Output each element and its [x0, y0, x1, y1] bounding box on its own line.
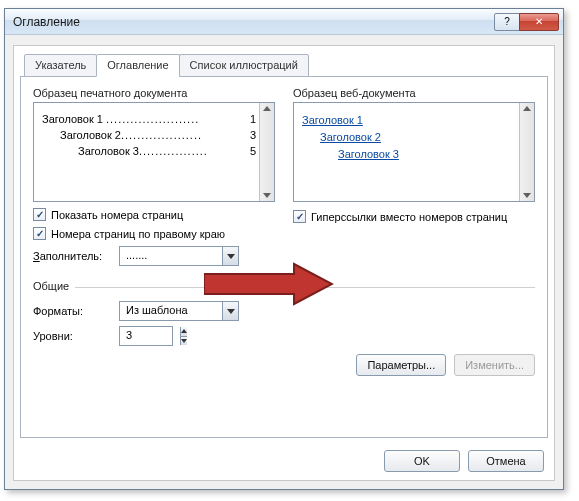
- toc-dots: .................: [139, 145, 246, 157]
- spin-up-icon[interactable]: [181, 327, 187, 337]
- toc-page: 5: [246, 145, 256, 157]
- checkbox-show-numbers-label: Показать номера страниц: [51, 209, 183, 221]
- toc-page: 3: [246, 129, 256, 141]
- checkbox-right-align[interactable]: ✓: [33, 227, 46, 240]
- general-legend: Общие: [33, 280, 75, 292]
- cancel-button[interactable]: Отмена: [468, 450, 544, 472]
- toc-dots: .......................: [106, 113, 246, 125]
- format-label: Форматы:: [33, 305, 113, 317]
- dialog-body: Указатель Оглавление Список иллюстраций …: [13, 45, 555, 481]
- levels-spinner[interactable]: 3: [119, 326, 173, 346]
- dialog-window: Оглавление ? ✕ Указатель Оглавление Спис…: [4, 8, 564, 490]
- toc-text: Заголовок 3: [78, 145, 139, 157]
- scrollbar[interactable]: [259, 103, 274, 201]
- tab-bar: Указатель Оглавление Список иллюстраций: [24, 54, 554, 77]
- checkbox-show-numbers[interactable]: ✓: [33, 208, 46, 221]
- tab-toc[interactable]: Оглавление: [96, 54, 179, 77]
- close-button[interactable]: ✕: [519, 13, 559, 31]
- print-preview: Заголовок 1 ....................... 1 За…: [33, 102, 275, 202]
- annotation-arrow: [204, 262, 334, 306]
- filler-label: Заполнитель:: [33, 250, 113, 262]
- spin-down-icon[interactable]: [181, 337, 187, 346]
- help-button[interactable]: ?: [494, 13, 520, 31]
- scrollbar[interactable]: [519, 103, 534, 201]
- window-buttons: ? ✕: [495, 13, 559, 31]
- tab-illustrations[interactable]: Список иллюстраций: [179, 54, 309, 77]
- toc-page: 1: [246, 113, 256, 125]
- web-link-3[interactable]: Заголовок 3: [338, 148, 516, 160]
- toc-dots: ....................: [121, 129, 246, 141]
- svg-marker-0: [204, 264, 332, 304]
- web-link-2[interactable]: Заголовок 2: [320, 131, 516, 143]
- web-link-1[interactable]: Заголовок 1: [302, 114, 516, 126]
- window-title: Оглавление: [13, 15, 495, 29]
- checkbox-right-align-label: Номера страниц по правому краю: [51, 228, 225, 240]
- web-preview-label: Образец веб-документа: [293, 87, 535, 99]
- levels-label: Уровни:: [33, 330, 113, 342]
- toc-text: Заголовок 1: [42, 113, 103, 125]
- tab-index[interactable]: Указатель: [24, 54, 97, 77]
- titlebar: Оглавление ? ✕: [5, 9, 563, 35]
- levels-value: 3: [120, 327, 180, 345]
- print-preview-label: Образец печатного документа: [33, 87, 275, 99]
- web-preview: Заголовок 1 Заголовок 2 Заголовок 3: [293, 102, 535, 202]
- params-button[interactable]: Параметры...: [356, 354, 446, 376]
- checkbox-hyperlinks[interactable]: ✓: [293, 210, 306, 223]
- ok-button[interactable]: OK: [384, 450, 460, 472]
- modify-button[interactable]: Изменить...: [454, 354, 535, 376]
- checkbox-hyperlinks-label: Гиперссылки вместо номеров страниц: [311, 211, 507, 223]
- tab-panel: Образец печатного документа Заголовок 1 …: [20, 76, 548, 438]
- toc-text: Заголовок 2: [60, 129, 121, 141]
